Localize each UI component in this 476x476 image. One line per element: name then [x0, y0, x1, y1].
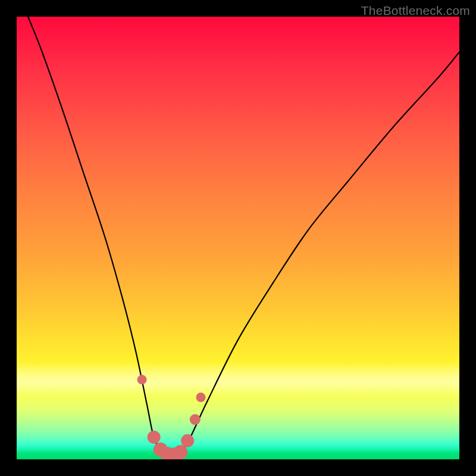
bottleneck-curve-line: [17, 17, 459, 456]
curve-marker: [137, 375, 147, 384]
curve-marker: [190, 414, 201, 425]
chart-svg: [17, 17, 459, 459]
curve-marker: [181, 434, 194, 447]
watermark-text: TheBottleneck.com: [361, 4, 470, 18]
curve-marker: [173, 445, 187, 459]
curve-marker: [196, 393, 206, 402]
chart-plot-area: [17, 17, 459, 459]
curve-marker: [148, 431, 161, 444]
marker-group: [137, 375, 206, 459]
